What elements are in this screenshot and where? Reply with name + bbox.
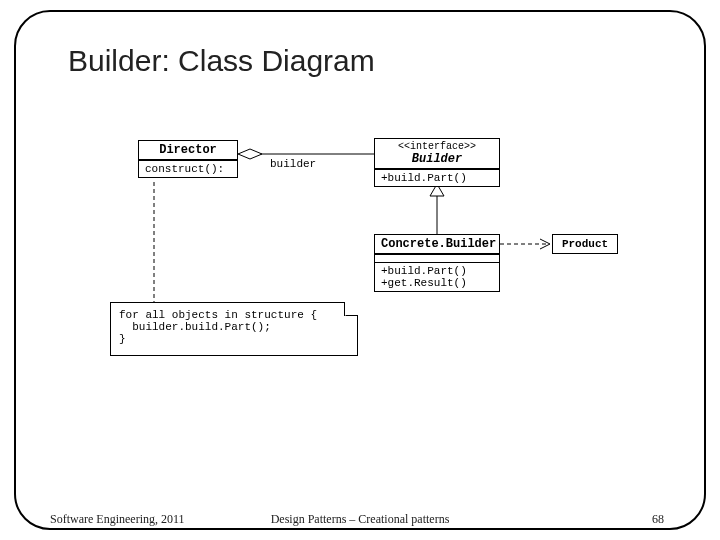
footer-center: Design Patterns – Creational patterns	[0, 512, 720, 527]
concrete-op-getresult: +get.Result()	[381, 277, 493, 289]
concrete-op-build: +build.Part()	[381, 265, 493, 277]
footer-right: 68	[652, 512, 664, 527]
slide-title: Builder: Class Diagram	[68, 44, 375, 78]
note-line-1: for all objects in structure {	[119, 309, 349, 321]
note-fold-icon	[344, 302, 358, 316]
builder-name: Builder	[381, 152, 493, 166]
svg-marker-1	[238, 149, 262, 159]
class-director: Director construct():	[138, 140, 238, 178]
concrete-name: Concrete.Builder	[381, 237, 496, 251]
builder-stereotype: <<interface>>	[381, 141, 493, 152]
note-line-3: }	[119, 333, 349, 345]
builder-operation: +build.Part()	[375, 169, 499, 186]
concrete-attributes-empty	[375, 254, 499, 262]
note-line-2: builder.build.Part();	[119, 321, 349, 333]
uml-diagram: Director construct(): <<interface>> Buil…	[110, 130, 630, 390]
director-name: Director	[159, 143, 217, 157]
class-concrete-builder: Concrete.Builder +build.Part() +get.Resu…	[374, 234, 500, 292]
interface-builder: <<interface>> Builder +build.Part()	[374, 138, 500, 187]
class-product: Product	[552, 234, 618, 254]
director-operation: construct():	[139, 160, 237, 177]
note-box: for all objects in structure { builder.b…	[110, 302, 358, 356]
association-role-label: builder	[270, 158, 316, 170]
product-name: Product	[562, 238, 608, 250]
